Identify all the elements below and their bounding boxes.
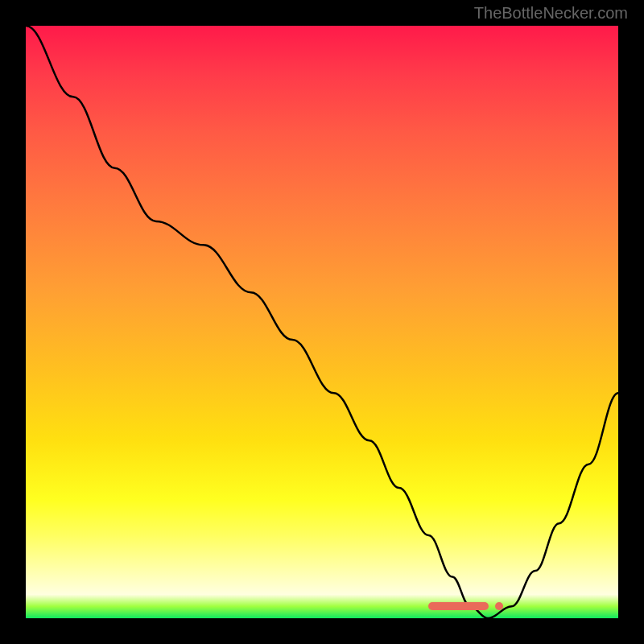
bottleneck-curve (26, 26, 618, 618)
watermark-text: TheBottleNecker.com (474, 4, 628, 23)
optimal-range-marker (428, 602, 488, 610)
